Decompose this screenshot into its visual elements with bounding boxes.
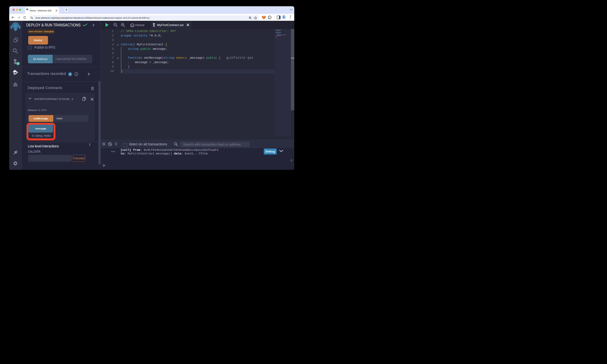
svg-text:i: i xyxy=(76,73,77,76)
